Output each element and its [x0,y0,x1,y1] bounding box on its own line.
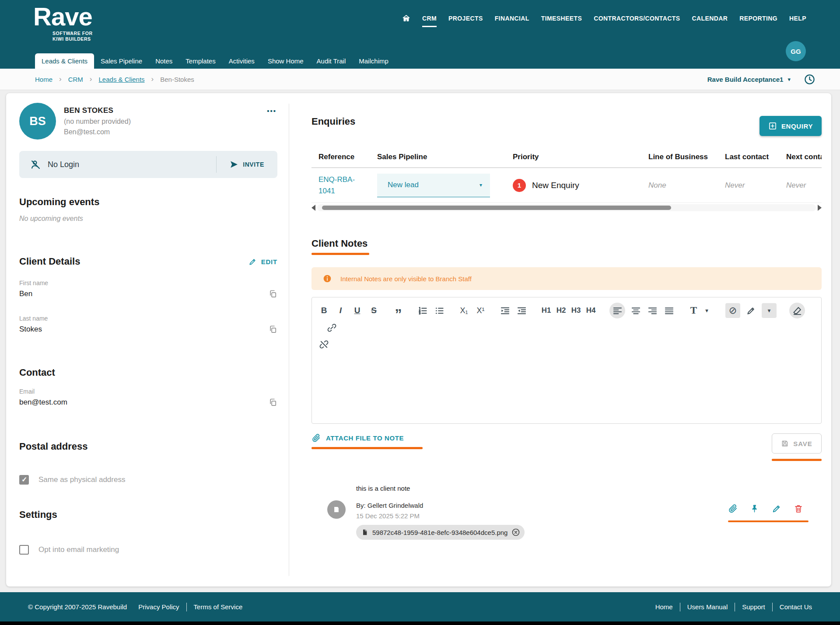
email-value: ben@test.com [19,398,67,407]
h1-button[interactable]: H1 [540,303,552,318]
blockquote-button[interactable]: ” [392,303,404,318]
tab-activities[interactable]: Activities [222,53,261,69]
eraser-button[interactable] [789,303,805,318]
history-clock-icon[interactable] [804,73,816,85]
align-right-button[interactable] [647,303,658,318]
h2-button[interactable]: H2 [555,303,567,318]
footer-divider [186,603,187,611]
scrollbar-track[interactable] [317,204,816,211]
tab-mailchimp[interactable]: Mailchimp [352,53,395,69]
main-content: BS BEN STOKES (no number provided) Ben@t… [0,90,840,592]
tab-audit-trail[interactable]: Audit Trail [310,53,353,69]
note-editor-textarea[interactable] [312,353,821,423]
subscript-button[interactable]: X₁ [458,303,470,318]
breadcrumb-home[interactable]: Home [35,76,52,83]
scroll-left-arrow[interactable] [312,205,315,211]
scrollbar-thumb[interactable] [322,206,671,210]
note-attachment-chip[interactable]: 59872c48-1959-481e-8efc-9348e604dce5.png [356,525,525,540]
breadcrumb-crm[interactable]: CRM [68,76,83,83]
top-nav-help[interactable]: HELP [789,15,806,22]
same-as-physical-checkbox[interactable] [19,475,29,485]
internal-notes-banner: Internal Notes are only visible to Branc… [312,267,822,290]
unlink-button[interactable] [318,337,330,352]
tab-notes[interactable]: Notes [149,53,179,69]
new-enquiry-button[interactable]: ENQUIRY [760,116,822,136]
edit-client-details-button[interactable]: EDIT [248,258,277,266]
copy-last-name-icon[interactable] [269,325,277,334]
ordered-list-button[interactable] [417,303,429,318]
privacy-policy-link[interactable]: Privacy Policy [138,603,179,611]
top-nav-financial[interactable]: FINANCIAL [495,15,529,22]
support-link[interactable]: Support [742,603,765,611]
highlight-caret-button[interactable]: ▾ [762,303,777,318]
outdent-button[interactable] [516,303,528,318]
attach-file-to-note-button[interactable]: ATTACH FILE TO NOTE [312,433,423,443]
contact-us-link[interactable]: Contact Us [780,603,812,611]
align-center-button[interactable] [630,303,642,318]
note-icon [332,506,340,513]
first-name-value: Ben [19,290,32,298]
save-note-button[interactable]: SAVE [772,433,822,454]
rave-logo[interactable]: Rave SOFTWARE FOR KIWI BUILDERS [33,3,93,42]
enquiry-reference-link[interactable]: ENQ-RBA-1041 [312,174,355,197]
italic-button[interactable]: I [335,303,346,318]
invite-button[interactable]: INVITE [216,156,277,173]
tab-sales-pipeline[interactable]: Sales Pipeline [94,53,149,69]
top-nav-reporting[interactable]: REPORTING [739,15,777,22]
tab-leads-clients[interactable]: Leads & Clients [35,53,94,69]
breadcrumb-separator-icon: › [90,75,92,84]
top-nav-projects[interactable]: PROJECTS [448,15,483,22]
remove-attachment-icon[interactable] [511,528,520,537]
column-header-line-of-business: Line of Business [648,153,725,161]
note-pin-button[interactable] [750,504,760,513]
opt-in-email-marketing-checkbox[interactable] [19,545,29,555]
strikethrough-button[interactable]: S [368,303,380,318]
no-color-button[interactable]: ⊘ [725,303,740,318]
indent-button[interactable] [499,303,511,318]
line-of-business-value: None [648,181,725,190]
top-nav-calendar[interactable]: CALENDAR [692,15,728,22]
top-nav-crm[interactable]: CRM [422,15,437,22]
postal-address-title: Postal address [19,441,277,452]
paperclip-icon [312,433,321,443]
highlight-button[interactable] [745,303,757,318]
note-attach-button[interactable] [728,504,738,513]
copy-email-icon[interactable] [269,398,277,407]
note-delete-button[interactable] [794,504,803,513]
scroll-right-arrow[interactable] [818,205,822,211]
bold-button[interactable]: B [318,303,330,318]
bullet-list-button[interactable] [434,303,445,318]
link-button[interactable] [326,320,338,335]
context-switcher[interactable]: Rave Build Acceptance1 ▾ [707,73,816,85]
text-style-button[interactable]: T [688,303,700,318]
underline-button[interactable]: U [351,303,363,318]
top-nav-contractors-contacts[interactable]: CONTRACTORS/CONTACTS [594,15,680,22]
info-icon [323,274,332,283]
h3-button[interactable]: H3 [570,303,582,318]
breadcrumb-leads-clients[interactable]: Leads & Clients [99,76,145,83]
copy-first-name-icon[interactable] [269,290,277,298]
top-nav-timesheets[interactable]: TIMESHEETS [541,15,582,22]
more-options-icon[interactable]: ••• [267,107,276,115]
client-notes-title: Client Notes [312,238,822,249]
note-editor: BIUS”X₁X¹H1H2H3H4T▾⊘▾ [312,297,822,424]
tab-show-home[interactable]: Show Home [261,53,310,69]
column-header-last-contact: Last contact [725,153,786,161]
terms-of-service-link[interactable]: Terms of Service [194,603,243,611]
h4-button[interactable]: H4 [585,303,597,318]
attach-underline-marker [312,447,423,449]
home-icon[interactable] [402,14,410,22]
top-nav: CRM PROJECTS FINANCIAL TIMESHEETS CONTRA… [402,14,806,22]
note-author: By: Gellert Grindelwald [356,502,728,509]
superscript-button[interactable]: X¹ [475,303,486,318]
sales-pipeline-select[interactable]: New lead ▾ [377,174,490,197]
align-justify-button[interactable] [663,303,675,318]
text-style-caret-button[interactable]: ▾ [701,303,713,318]
user-avatar[interactable]: GG [786,41,806,61]
tab-templates[interactable]: Templates [179,53,222,69]
footer-home-link[interactable]: Home [655,603,673,611]
users-manual-link[interactable]: Users Manual [687,603,728,611]
note-list-item: this is a client note By: Gellert Grinde… [312,485,822,540]
note-edit-button[interactable] [772,504,781,513]
align-left-button[interactable] [609,303,625,318]
